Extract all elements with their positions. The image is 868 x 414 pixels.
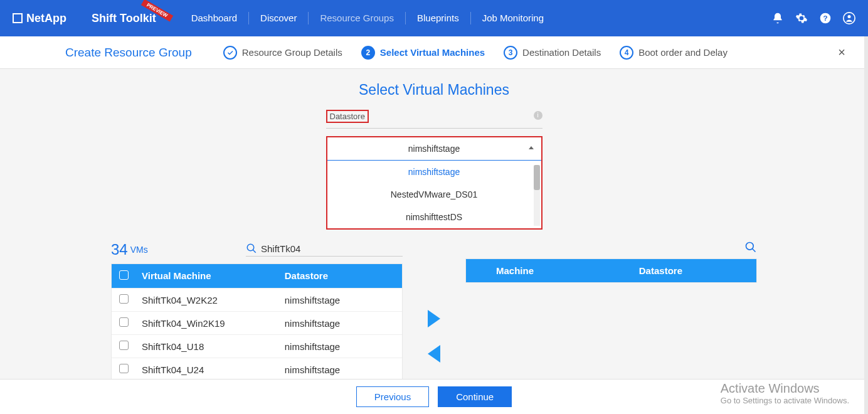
move-left-button[interactable]: [428, 345, 440, 363]
datastore-label: Datastore: [326, 110, 369, 123]
info-icon[interactable]: i: [534, 111, 542, 120]
dropdown-scrollbar[interactable]: [534, 165, 540, 226]
nav-blueprints[interactable]: Blueprints: [405, 12, 470, 24]
main-nav: Dashboard Discover Resource Groups Bluep…: [180, 12, 555, 24]
move-right-button[interactable]: [428, 310, 440, 327]
brand-logo: NetApp: [13, 12, 66, 25]
product-name: Shift Toolkit PREVIEW: [92, 12, 156, 25]
step-boot-order-delay[interactable]: 4 Boot order and Delay: [620, 46, 728, 60]
topbar-actions: ?: [771, 12, 855, 24]
nav-resource-groups[interactable]: Resource Groups: [308, 12, 405, 24]
dropdown-option[interactable]: nimshiftstage: [327, 161, 541, 183]
step-destination-details[interactable]: 3 Destination Details: [504, 46, 601, 60]
transfer-arrows: [428, 310, 440, 363]
col-machine: Machine: [496, 265, 639, 276]
wizard-steps: Resource Group Details 2 Select Virtual …: [223, 46, 728, 60]
select-all-checkbox[interactable]: [119, 270, 129, 280]
wizard-title: Create Resource Group: [65, 46, 192, 60]
gear-icon[interactable]: [795, 12, 808, 24]
vm-search-input[interactable]: [261, 243, 403, 254]
search-icon[interactable]: [744, 241, 757, 253]
table-header: Virtual Machine Datastore: [112, 264, 402, 288]
row-checkbox[interactable]: [119, 341, 129, 350]
nav-job-monitoring[interactable]: Job Monitoring: [470, 12, 555, 24]
step-resource-group-details[interactable]: Resource Group Details: [223, 46, 342, 60]
brand-text: NetApp: [26, 12, 66, 25]
svg-text:?: ?: [823, 14, 827, 22]
selected-vms-column: Machine Datastore: [465, 241, 757, 283]
row-checkbox[interactable]: [119, 294, 129, 304]
datastore-field: Datastore i: [326, 110, 542, 129]
page-heading: Select Virtual Machines: [0, 82, 868, 98]
wizard-step-bar: Create Resource Group Resource Group Det…: [0, 36, 868, 69]
user-icon[interactable]: [843, 12, 855, 24]
close-icon[interactable]: ×: [838, 45, 845, 60]
row-checkbox[interactable]: [119, 317, 129, 327]
table-row[interactable]: ShiftTk04_U18nimshiftstage: [112, 334, 402, 358]
col-datastore: Datastore: [285, 270, 394, 282]
dropdown-option[interactable]: NestedVMware_DS01: [327, 183, 541, 206]
vm-search-box[interactable]: [246, 243, 403, 257]
table-row[interactable]: ShiftTk04_U24nimshiftstage: [112, 358, 402, 381]
svg-point-6: [746, 243, 754, 250]
svg-line-7: [753, 249, 756, 252]
col-virtual-machine: Virtual Machine: [142, 270, 285, 282]
page-scrollbar[interactable]: [864, 36, 868, 414]
windows-activation-watermark: Activate Windows Go to Settings to activ…: [721, 381, 849, 405]
chevron-up-icon: [529, 146, 534, 149]
check-icon: [226, 49, 234, 56]
vm-count-label: VMs: [130, 245, 148, 255]
table-row[interactable]: ShiftTk04_W2K22nimshiftstage: [112, 288, 402, 311]
nav-dashboard[interactable]: Dashboard: [180, 12, 248, 24]
available-header-row: 34 VMs: [111, 241, 403, 258]
netapp-logo-icon: [13, 13, 23, 23]
dropdown-options: nimshiftstage NestedVMware_DS01 nimshift…: [327, 161, 541, 228]
search-icon: [246, 243, 257, 254]
datastore-dropdown[interactable]: nimshiftstage nimshiftstage NestedVMware…: [326, 136, 542, 230]
svg-point-4: [247, 244, 254, 251]
top-nav-bar: NetApp Shift Toolkit PREVIEW Dashboard D…: [0, 0, 868, 36]
continue-button[interactable]: Continue: [438, 386, 512, 407]
svg-point-3: [848, 15, 851, 18]
table-row[interactable]: ShiftTk04_Win2K19nimshiftstage: [112, 311, 402, 334]
dropdown-selected[interactable]: nimshiftstage: [327, 137, 541, 161]
step-select-virtual-machines[interactable]: 2 Select Virtual Machines: [361, 46, 485, 60]
main-content: Select Virtual Machines Datastore i nims…: [0, 69, 868, 414]
table-header: Machine Datastore: [466, 259, 756, 282]
dropdown-option[interactable]: nimshifttestDS: [327, 206, 541, 228]
nav-discover[interactable]: Discover: [248, 12, 308, 24]
help-icon[interactable]: ?: [819, 12, 832, 24]
row-checkbox[interactable]: [119, 364, 129, 373]
vm-count: 34: [111, 241, 128, 258]
col-datastore: Datastore: [639, 265, 749, 276]
selected-header-row: [465, 241, 757, 253]
svg-line-5: [253, 250, 256, 253]
previous-button[interactable]: Previous: [356, 386, 429, 407]
selected-vms-table: Machine Datastore: [465, 258, 757, 283]
bell-icon[interactable]: [771, 12, 784, 24]
